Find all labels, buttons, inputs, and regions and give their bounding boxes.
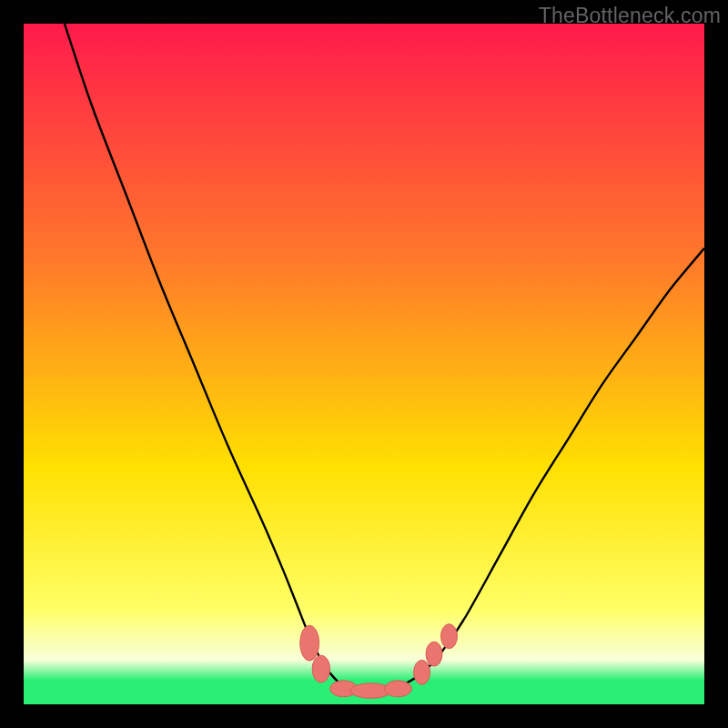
chart-frame: TheBottleneck.com (0, 0, 728, 728)
curve-marker (426, 642, 442, 666)
curve-marker (384, 681, 411, 697)
curve-layer (24, 24, 704, 704)
watermark-text: TheBottleneck.com (539, 4, 721, 28)
curve-marker (441, 624, 458, 649)
curve-marker (414, 660, 430, 684)
curve-marker (312, 655, 329, 682)
bottleneck-curve (65, 24, 704, 691)
plot-area (24, 24, 704, 704)
curve-markers (300, 624, 458, 699)
curve-marker (300, 625, 319, 661)
